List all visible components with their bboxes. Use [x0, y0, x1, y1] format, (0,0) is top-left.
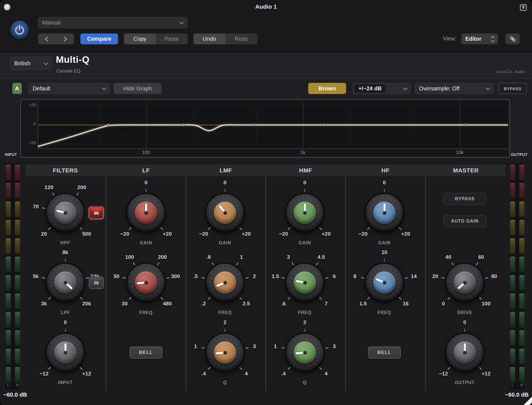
knob-name-label: DRIVE	[457, 310, 472, 315]
knob-name-label: Q	[223, 380, 227, 385]
ab-compare-button[interactable]: A	[12, 83, 22, 94]
power-button[interactable]	[10, 20, 29, 39]
knob-tick-label: 0	[442, 301, 445, 307]
resize-handle[interactable]	[524, 397, 532, 405]
meter-segment	[15, 293, 20, 310]
knob-tick-label: 0	[224, 180, 227, 186]
redo-button[interactable]: Redo	[226, 33, 258, 44]
lpf-knob-ring[interactable]	[47, 264, 84, 301]
knob-tick-label: 2.5	[243, 301, 250, 307]
section-header-filters: FILTERS	[25, 165, 105, 176]
knob-tick-label: −20	[120, 231, 129, 237]
eq-node[interactable]	[107, 124, 110, 126]
hpf-knob-ring[interactable]	[47, 194, 84, 232]
knob-tick-label: 120	[44, 184, 53, 191]
meter-segment	[6, 312, 11, 328]
knob-center-dot	[223, 281, 227, 285]
knob-tick-label: 60	[478, 254, 484, 260]
view-selector[interactable]: Editor	[461, 33, 498, 44]
link-button[interactable]	[505, 33, 520, 44]
auto-gain-button[interactable]: AUTO GAIN	[443, 215, 486, 227]
mode-brown-button[interactable]: Brown	[308, 83, 346, 94]
eq-graph[interactable]	[21, 100, 510, 158]
hf-bell-button[interactable]: BELL	[368, 346, 401, 359]
meter-segment	[6, 330, 11, 346]
lmf-gain-knob-ring[interactable]	[206, 194, 244, 232]
lmf-q-knob-ring[interactable]	[206, 334, 244, 371]
knob-tick-label: .4	[281, 371, 286, 377]
copy-paste-group: Copy Paste	[124, 33, 188, 44]
knob-name-label: LPF	[61, 310, 70, 315]
knob-tick-label: 70	[33, 204, 39, 210]
next-preset-button[interactable]	[56, 33, 74, 44]
hf-freq-knob-ring[interactable]	[366, 264, 403, 301]
hpf-knob-in-switch[interactable]: IN	[89, 207, 104, 219]
knob-cap	[54, 341, 76, 364]
knob-tick-label: 10	[381, 249, 387, 255]
hmf-q-knob-ring[interactable]	[286, 334, 323, 371]
preset-dropdown[interactable]: Default	[28, 83, 110, 94]
knob-tick-label: −12	[40, 371, 49, 377]
plugin-bypass-button[interactable]: BYPASS	[498, 83, 527, 94]
knob-tick	[65, 259, 66, 262]
knob-name-label: GAIN	[219, 240, 231, 245]
knob-center-dot	[64, 351, 67, 355]
lf-gain-knob-ring[interactable]	[127, 194, 165, 232]
knob-tick	[305, 329, 305, 332]
knob-tick-label: −20	[199, 231, 208, 237]
meter-segment	[15, 165, 20, 181]
prev-preset-button[interactable]	[38, 33, 56, 44]
master-bypass-button[interactable]: BYPASS	[443, 193, 486, 205]
hide-graph-button[interactable]: Hide Graph	[114, 83, 162, 94]
meter-segment	[510, 275, 515, 291]
eq-node[interactable]	[182, 124, 185, 126]
knob-cap	[54, 202, 76, 224]
meter-segment	[6, 201, 11, 218]
console-model-dropdown[interactable]: British	[10, 57, 52, 70]
lf-bell-button[interactable]: BELL	[130, 346, 162, 359]
compare-button[interactable]: Compare	[80, 33, 118, 44]
lpf-knob-in-switch[interactable]: IN	[89, 276, 104, 289]
section-divider	[265, 165, 266, 390]
knob-tick-label: 50	[114, 273, 119, 279]
automation-mode-dropdown[interactable]: Manual	[38, 17, 188, 28]
eq-node[interactable]	[464, 124, 467, 126]
undo-button[interactable]: Undo	[193, 33, 226, 44]
preset-nav-group	[38, 33, 74, 44]
graph-x-tick: 1k	[292, 150, 314, 155]
knob-tick-label: 1.5	[272, 273, 279, 279]
knob-name-label: GAIN	[378, 240, 390, 245]
output-trim-knob-ring[interactable]	[446, 334, 483, 371]
drive-knob-ring[interactable]	[446, 264, 483, 301]
meter-segment	[510, 257, 515, 273]
section-divider	[106, 165, 106, 390]
knob-tick-label: −12	[439, 371, 448, 377]
popout-window-icon[interactable]	[518, 3, 529, 13]
knob-center-dot	[223, 351, 227, 355]
knob-tick-label: 3k	[41, 301, 47, 307]
knob-tick	[464, 329, 465, 332]
meter-segment	[519, 165, 524, 181]
lf-freq-knob-ring[interactable]	[127, 264, 165, 301]
knob-tick-label: 0	[145, 180, 148, 186]
paste-button[interactable]: Paste	[156, 33, 188, 44]
knob-center-dot	[144, 211, 148, 215]
eq-node[interactable]	[323, 124, 326, 126]
section-header-master: MASTER	[426, 165, 505, 176]
lmf-freq-knob-ring[interactable]	[206, 264, 244, 301]
meter-segment	[6, 238, 11, 254]
input-meter: LR	[5, 162, 20, 390]
input-trim-knob-ring[interactable]	[47, 334, 84, 371]
hf-gain-knob-ring[interactable]	[366, 194, 403, 232]
chevron-down-icon	[44, 60, 48, 65]
oversample-dropdown[interactable]: Oversample: Off	[415, 83, 494, 94]
copy-button[interactable]: Copy	[124, 33, 156, 44]
hmf-freq-knob-ring[interactable]	[286, 264, 323, 301]
eq-node[interactable]	[252, 124, 255, 126]
knob-tick-label: 6	[333, 273, 336, 279]
range-dropdown[interactable]: +/−24 dB	[353, 83, 411, 94]
meter-segment	[15, 257, 20, 273]
hmf-gain-knob-ring[interactable]	[286, 194, 323, 232]
knob-tick-label: 4.5	[318, 254, 325, 260]
knob-tick-label: 100	[125, 254, 134, 260]
